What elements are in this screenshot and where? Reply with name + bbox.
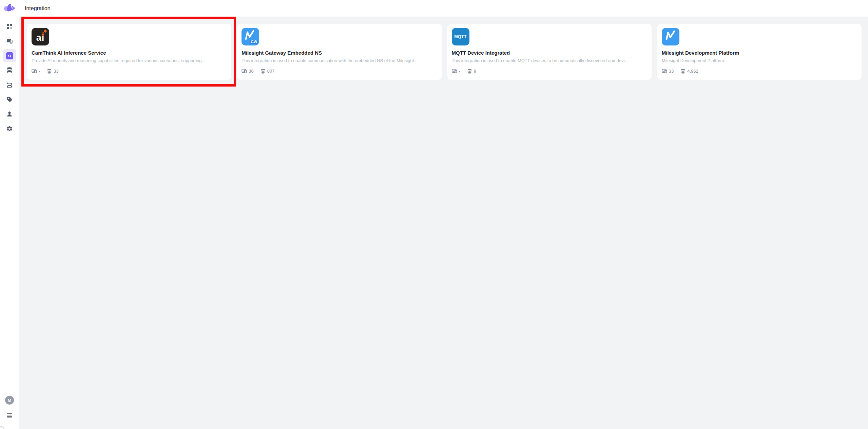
card-title: MQTT Device Integrated — [452, 50, 646, 56]
device-count-value: - — [459, 69, 460, 74]
device-count-stat: - — [32, 68, 40, 74]
card-footer: 33 4,962 — [662, 68, 856, 74]
camthink-logo-icon — [3, 2, 16, 17]
devices-icon — [6, 38, 13, 44]
user-icon — [6, 111, 13, 117]
sidebar-item-settings[interactable] — [3, 122, 16, 135]
entity-count-value: 33 — [54, 69, 58, 74]
device-count-stat: 36 — [242, 68, 253, 74]
app-logo[interactable] — [3, 2, 16, 16]
entity-count-value: 4,962 — [687, 69, 698, 74]
sidebar-collapse-icon — [6, 412, 13, 420]
card-description: This integration is used to enable commu… — [242, 58, 436, 63]
mqtt-icon-text: MQTT — [454, 34, 467, 39]
app-root: M Integration ai — [0, 0, 868, 429]
card-description: This integration is used to enable MQTT … — [452, 58, 646, 63]
entity-count-icon — [47, 69, 52, 74]
workflow-route-icon — [6, 81, 13, 88]
page-header: Integration — [19, 0, 868, 17]
sidebar-item-data[interactable] — [3, 64, 16, 77]
milesight-gateway-icon: GW — [242, 28, 259, 45]
sidebar-item-dashboard[interactable] — [3, 20, 16, 33]
sidebar-item-workflow[interactable] — [3, 78, 16, 91]
user-avatar[interactable]: M — [5, 396, 14, 405]
gateway-badge: GW — [250, 40, 258, 44]
dashboard-grid-icon — [6, 23, 13, 30]
integration-code-icon — [6, 52, 13, 59]
entity-count-value: 9 — [474, 69, 476, 74]
integration-card-camthink-ai[interactable]: ai CamThink AI Inference Service Provide… — [27, 24, 231, 80]
gear-icon — [6, 125, 13, 132]
integration-card-milesight-platform[interactable]: Milesight Development Platform Milesight… — [657, 24, 862, 80]
card-title: CamThink AI Inference Service — [32, 50, 226, 56]
sidebar-item-devices[interactable] — [3, 35, 16, 48]
entity-count-stat: 9 — [467, 69, 476, 74]
entity-count-icon — [467, 69, 472, 74]
entity-count-icon — [261, 69, 266, 74]
mqtt-icon: MQTT — [452, 28, 469, 45]
sidebar-nav — [3, 20, 16, 135]
entity-count-icon — [680, 69, 686, 74]
page-title: Integration — [25, 5, 51, 12]
entity-count-value: 807 — [267, 69, 275, 74]
entity-count-stat: 33 — [47, 69, 58, 74]
sidebar-item-users[interactable] — [3, 108, 16, 120]
devices-count-icon — [32, 68, 37, 74]
card-title: Milesight Development Platform — [662, 50, 856, 56]
card-footer: - 33 — [32, 68, 226, 74]
devices-count-icon — [242, 68, 247, 74]
integration-card-grid: ai CamThink AI Inference Service Provide… — [19, 17, 868, 80]
sidebar: M — [0, 0, 19, 429]
avatar-initial: M — [8, 398, 12, 403]
sidebar-collapse-button[interactable] — [6, 412, 13, 420]
device-count-value: 33 — [669, 69, 674, 74]
ai-icon-orange-dot — [42, 34, 44, 36]
camthink-ai-icon: ai — [32, 28, 49, 45]
integration-card-milesight-gateway[interactable]: GW Milesight Gateway Embedded NS This in… — [237, 24, 441, 80]
corner-arc-decoration — [0, 426, 4, 429]
database-icon — [6, 67, 13, 74]
sidebar-item-integration[interactable] — [3, 49, 16, 62]
device-count-stat: - — [452, 68, 460, 74]
entity-count-stat: 807 — [261, 69, 275, 74]
card-description: Provide AI models and reasoning capabili… — [32, 58, 226, 63]
device-count-value: 36 — [249, 69, 253, 74]
card-footer: - 9 — [452, 68, 646, 74]
main-content: ai CamThink AI Inference Service Provide… — [19, 17, 868, 429]
sidebar-item-tags[interactable] — [3, 93, 16, 106]
milesight-platform-icon — [662, 28, 679, 45]
devices-count-icon — [452, 68, 457, 74]
devices-count-icon — [662, 68, 667, 74]
entity-count-stat: 4,962 — [680, 69, 698, 74]
tag-icon — [6, 96, 13, 103]
device-count-stat: 33 — [662, 68, 674, 74]
device-count-value: - — [39, 69, 40, 74]
card-description: Milesight Development Platform — [662, 58, 856, 63]
integration-card-mqtt[interactable]: MQTT MQTT Device Integrated This integra… — [447, 24, 652, 80]
card-title: Milesight Gateway Embedded NS — [242, 50, 436, 56]
card-footer: 36 807 — [242, 68, 436, 74]
